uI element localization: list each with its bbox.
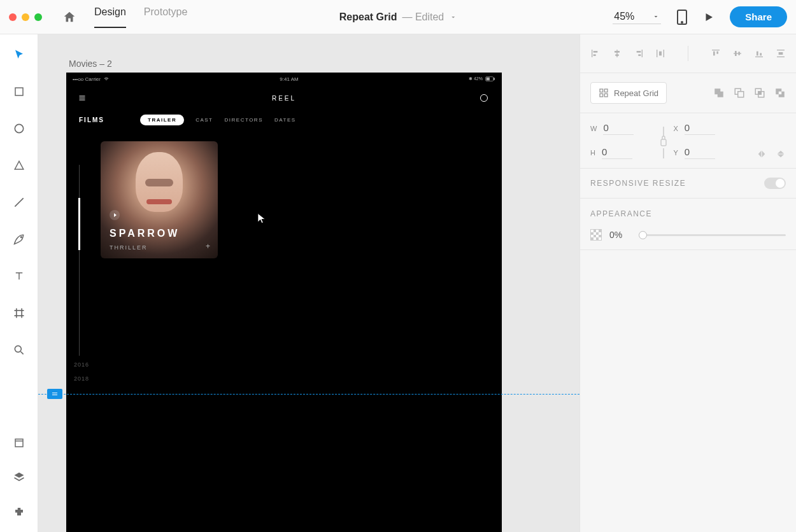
svg-rect-19 (592, 50, 592, 57)
play-icon[interactable] (703, 11, 714, 23)
movie-genre: THRILLER (110, 244, 148, 251)
home-icon[interactable] (62, 10, 76, 24)
distribute-v-icon[interactable] (776, 48, 786, 59)
align-middle-icon[interactable] (732, 48, 743, 59)
union-icon[interactable] (713, 87, 725, 99)
close-window-button[interactable] (9, 13, 17, 21)
svg-rect-45 (600, 94, 603, 97)
align-horizontal-group (590, 48, 665, 59)
align-left-icon[interactable] (590, 48, 601, 59)
category-nav: FILMS TRAILER CAST DIRECTORS DATES (66, 111, 502, 132)
battery-text: ✱ 42% (469, 76, 483, 81)
cursor-icon (256, 211, 267, 225)
opacity-value[interactable]: 0% (609, 230, 631, 240)
search-icon[interactable] (480, 94, 488, 102)
svg-rect-35 (735, 51, 737, 56)
svg-rect-43 (600, 89, 603, 92)
top-bar: Design Prototype Repeat Grid — Edited 45… (0, 0, 796, 34)
zoom-selector[interactable]: 45% (613, 10, 661, 24)
artboard-label[interactable]: Movies – 2 (69, 59, 112, 69)
align-top-icon[interactable] (711, 48, 721, 59)
maximize-window-button[interactable] (34, 13, 42, 21)
artboard[interactable]: •••oo Carrier 9:41 AM ✱ 42% REEL FILMS T… (66, 73, 502, 532)
select-tool[interactable] (11, 47, 27, 62)
svg-rect-21 (593, 54, 596, 56)
height-field[interactable]: H0 (590, 146, 658, 159)
y-field[interactable]: Y0 (674, 146, 742, 159)
svg-rect-29 (664, 50, 664, 57)
exclude-icon[interactable] (774, 87, 786, 99)
align-right-icon[interactable] (634, 48, 644, 59)
distribute-h-icon[interactable] (655, 48, 665, 59)
svg-rect-30 (659, 52, 662, 56)
scroll-guide-line (38, 394, 579, 395)
scroll-handle[interactable] (47, 389, 62, 399)
polygon-tool[interactable] (11, 158, 27, 173)
carrier-text: •••oo Carrier (73, 76, 101, 82)
lock-aspect-icon[interactable] (660, 127, 667, 158)
text-tool[interactable] (11, 269, 27, 284)
width-field[interactable]: W0 (590, 122, 658, 135)
svg-rect-50 (738, 92, 744, 97)
canvas[interactable]: Movies – 2 •••oo Carrier 9:41 AM ✱ 42% R… (38, 34, 579, 532)
svg-point-7 (15, 346, 21, 352)
nav-item-cast[interactable]: CAST (195, 117, 213, 123)
svg-rect-20 (593, 51, 598, 53)
nav-main-label[interactable]: FILMS (79, 116, 104, 123)
movie-card[interactable]: SPARROW THRILLER + (101, 141, 218, 258)
svg-rect-25 (642, 50, 643, 57)
opacity-slider[interactable] (639, 234, 786, 236)
svg-rect-31 (712, 50, 720, 50)
svg-rect-12 (494, 78, 494, 80)
layers-panel-icon[interactable] (11, 470, 27, 485)
play-icon[interactable] (110, 210, 120, 220)
share-button[interactable]: Share (730, 6, 787, 27)
left-toolbar (0, 34, 38, 532)
tab-prototype[interactable]: Prototype (144, 6, 187, 28)
svg-line-4 (15, 198, 23, 206)
svg-rect-28 (657, 50, 657, 57)
align-bottom-icon[interactable] (754, 48, 764, 59)
align-vertical-group (711, 48, 786, 59)
assets-panel-icon[interactable] (11, 435, 27, 451)
nav-item-dates[interactable]: DATES (274, 117, 296, 123)
artboard-tool[interactable] (11, 305, 27, 321)
svg-rect-23 (615, 51, 620, 53)
ellipse-tool[interactable] (11, 121, 27, 136)
flip-vertical-icon[interactable] (776, 150, 786, 158)
svg-rect-40 (777, 50, 785, 50)
hamburger-icon[interactable] (78, 94, 87, 102)
subtract-icon[interactable] (734, 87, 745, 99)
tab-design[interactable]: Design (94, 6, 126, 28)
line-tool[interactable] (11, 195, 27, 210)
minimize-window-button[interactable] (22, 13, 29, 21)
add-icon[interactable]: + (206, 242, 210, 251)
svg-rect-24 (615, 54, 618, 56)
svg-rect-42 (779, 52, 783, 55)
app-header: REEL (66, 85, 502, 111)
svg-rect-46 (604, 94, 608, 97)
window-controls (9, 13, 42, 21)
flip-horizontal-icon[interactable] (757, 150, 767, 158)
plugins-panel-icon[interactable] (11, 504, 27, 519)
document-title-group[interactable]: Repeat Grid — Edited (339, 11, 457, 23)
rectangle-tool[interactable] (11, 84, 27, 99)
zoom-tool[interactable] (11, 342, 27, 358)
movie-title: SPARROW (110, 228, 180, 239)
timeline-indicator (78, 198, 80, 250)
responsive-resize-label: RESPONSIVE RESIZE (590, 179, 686, 188)
nav-item-directors[interactable]: DIRECTORS (225, 117, 263, 123)
nav-pill-trailer[interactable]: TRAILER (140, 115, 184, 125)
svg-rect-38 (757, 52, 758, 56)
x-field[interactable]: X0 (674, 122, 742, 135)
responsive-resize-toggle[interactable] (764, 178, 786, 189)
chevron-down-icon (652, 13, 660, 20)
align-center-h-icon[interactable] (612, 48, 622, 59)
device-preview-icon[interactable] (676, 9, 688, 25)
svg-point-1 (681, 22, 683, 23)
pen-tool[interactable] (11, 232, 27, 247)
slider-thumb[interactable] (639, 231, 647, 239)
battery-icon (485, 76, 495, 81)
repeat-grid-button[interactable]: Repeat Grid (590, 82, 667, 104)
intersect-icon[interactable] (754, 87, 765, 99)
